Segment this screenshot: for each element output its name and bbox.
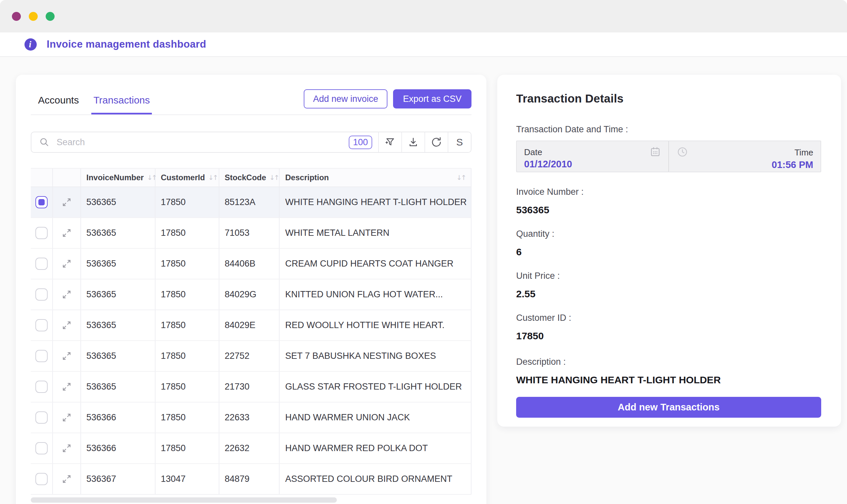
sort-icon[interactable]: ↓↑	[269, 174, 279, 182]
row-select-checkbox[interactable]	[31, 464, 53, 494]
expand-row-icon[interactable]	[53, 372, 81, 402]
date-picker[interactable]: Date 01/12/2010	[517, 141, 669, 172]
expand-row-icon[interactable]	[53, 341, 81, 371]
table-body: 5363651785085123AWHITE HANGING HEART T-L…	[31, 187, 472, 495]
cell-customer-id: 13047	[156, 464, 219, 494]
sort-icon[interactable]: ↓↑	[147, 174, 156, 182]
cell-customer-id: 17850	[156, 341, 219, 371]
window-close-button[interactable]	[12, 12, 21, 21]
expand-row-icon[interactable]	[53, 187, 81, 217]
row-select-checkbox[interactable]	[31, 433, 53, 463]
date-label: Date	[524, 147, 542, 158]
cell-invoice-number: 536365	[81, 187, 156, 217]
datetime-label: Transaction Date and Time :	[516, 124, 821, 134]
row-select-checkbox[interactable]	[31, 372, 53, 402]
table-row[interactable]: 5363671304784879ASSORTED COLOUR BIRD ORN…	[31, 464, 472, 495]
row-select-checkbox[interactable]	[31, 402, 53, 433]
transactions-table: InvoiceNumber ↓↑ CustomerId ↓↑ StockCode…	[31, 168, 472, 495]
tab-accounts[interactable]: Accounts	[36, 89, 81, 114]
unit-price-value: 2.55	[516, 288, 821, 300]
cell-description: WHITE HANGING HEART T-LIGHT HOLDER	[280, 187, 472, 217]
cell-invoice-number: 536365	[81, 218, 156, 248]
cell-invoice-number: 536365	[81, 341, 156, 371]
tab-transactions[interactable]: Transactions	[91, 89, 152, 114]
cell-stock-code: 85123A	[219, 187, 280, 217]
invoice-number-label: Invoice Number :	[516, 187, 821, 197]
expand-row-icon[interactable]	[53, 464, 81, 494]
cell-description: KNITTED UNION FLAG HOT WATER...	[280, 280, 472, 309]
app-window: i Invoice management dashboard Accounts …	[0, 0, 847, 504]
row-select-checkbox[interactable]	[31, 341, 53, 371]
cell-invoice-number: 536365	[81, 372, 156, 402]
sort-icon[interactable]: ↓↑	[208, 174, 217, 182]
cell-stock-code: 22632	[219, 433, 280, 463]
row-select-checkbox[interactable]	[31, 218, 53, 248]
time-label: Time	[794, 147, 813, 158]
download-icon[interactable]	[402, 132, 424, 152]
export-csv-button[interactable]: Export as CSV	[393, 89, 472, 108]
table-row[interactable]: 5363651785085123AWHITE HANGING HEART T-L…	[31, 187, 472, 218]
cell-customer-id: 17850	[156, 187, 219, 217]
refresh-icon[interactable]	[425, 132, 448, 152]
expand-row-icon[interactable]	[53, 280, 81, 309]
column-header-customer-id[interactable]: CustomerId ↓↑	[156, 169, 219, 186]
table-row[interactable]: 5363651785022752SET 7 BABUSHKA NESTING B…	[31, 341, 472, 372]
window-minimize-button[interactable]	[29, 12, 38, 21]
expand-row-icon[interactable]	[53, 402, 81, 433]
sort-icon[interactable]: ↓↑	[456, 174, 465, 182]
app-header: i Invoice management dashboard	[0, 32, 847, 57]
table-row[interactable]: 5363661785022633HAND WARMER UNION JACK	[31, 402, 472, 433]
quantity-value: 6	[516, 246, 821, 258]
table-row[interactable]: 5363651785084029ERED WOOLLY HOTTIE WHITE…	[31, 310, 472, 341]
settings-s-button[interactable]: S	[448, 132, 471, 152]
expand-row-icon[interactable]	[53, 433, 81, 463]
time-picker[interactable]: Time 01:56 PM	[669, 141, 820, 172]
search-input[interactable]	[50, 137, 349, 147]
search-icon	[39, 137, 50, 148]
page-size-badge[interactable]: 100	[349, 136, 372, 149]
row-select-checkbox[interactable]	[31, 280, 53, 309]
expand-row-icon[interactable]	[53, 249, 81, 279]
row-select-checkbox[interactable]	[31, 310, 53, 340]
table-header-row: InvoiceNumber ↓↑ CustomerId ↓↑ StockCode…	[31, 169, 472, 187]
table-row[interactable]: 5363661785022632HAND WARMER RED POLKA DO…	[31, 433, 472, 464]
cell-description: SET 7 BABUSHKA NESTING BOXES	[280, 341, 472, 371]
description-field: Description : WHITE HANGING HEART T-LIGH…	[516, 357, 821, 385]
add-new-invoice-button[interactable]: Add new invoice	[304, 89, 387, 108]
description-value: WHITE HANGING HEART T-LIGHT HOLDER	[516, 374, 821, 385]
window-titlebar	[0, 0, 847, 32]
cell-customer-id: 17850	[156, 372, 219, 402]
cell-customer-id: 17850	[156, 433, 219, 463]
datetime-picker: Date 01/12/2010	[516, 141, 821, 172]
row-select-checkbox[interactable]	[31, 249, 53, 279]
add-new-transactions-button[interactable]: Add new Transactions	[516, 397, 821, 418]
cell-invoice-number: 536367	[81, 464, 156, 494]
cell-description: HAND WARMER UNION JACK	[280, 402, 472, 433]
scrollbar-thumb[interactable]	[31, 498, 337, 503]
unit-price-field: Unit Price : 2.55	[516, 271, 821, 300]
column-label: CustomerId	[161, 173, 205, 182]
column-header-stock-code[interactable]: StockCode ↓↑	[219, 169, 280, 186]
quantity-label: Quantity :	[516, 229, 821, 239]
cell-invoice-number: 536365	[81, 249, 156, 279]
column-header-description[interactable]: Description ↓↑	[280, 169, 472, 186]
expand-row-icon[interactable]	[53, 310, 81, 340]
details-heading: Transaction Details	[516, 92, 821, 105]
transaction-details-panel: Transaction Details Transaction Date and…	[497, 75, 841, 427]
table-row[interactable]: 5363651785071053WHITE METAL LANTERN	[31, 218, 472, 249]
table-row[interactable]: 5363651785084406BCREAM CUPID HEARTS COAT…	[31, 249, 472, 280]
clock-icon	[676, 146, 689, 159]
window-maximize-button[interactable]	[46, 12, 55, 21]
cell-stock-code: 71053	[219, 218, 280, 248]
panel-top-bar: Accounts Transactions Add new invoice Ex…	[31, 89, 472, 115]
row-select-checkbox[interactable]	[31, 187, 53, 217]
cell-customer-id: 17850	[156, 249, 219, 279]
table-row[interactable]: 5363651785084029GKNITTED UNION FLAG HOT …	[31, 280, 472, 310]
cell-stock-code: 84029E	[219, 310, 280, 340]
page-content: Accounts Transactions Add new invoice Ex…	[0, 57, 847, 504]
column-header-invoice-number[interactable]: InvoiceNumber ↓↑	[81, 169, 156, 186]
cell-stock-code: 84029G	[219, 280, 280, 309]
table-row[interactable]: 5363651785021730GLASS STAR FROSTED T-LIG…	[31, 372, 472, 402]
expand-row-icon[interactable]	[53, 218, 81, 248]
filter-icon[interactable]	[379, 132, 401, 152]
